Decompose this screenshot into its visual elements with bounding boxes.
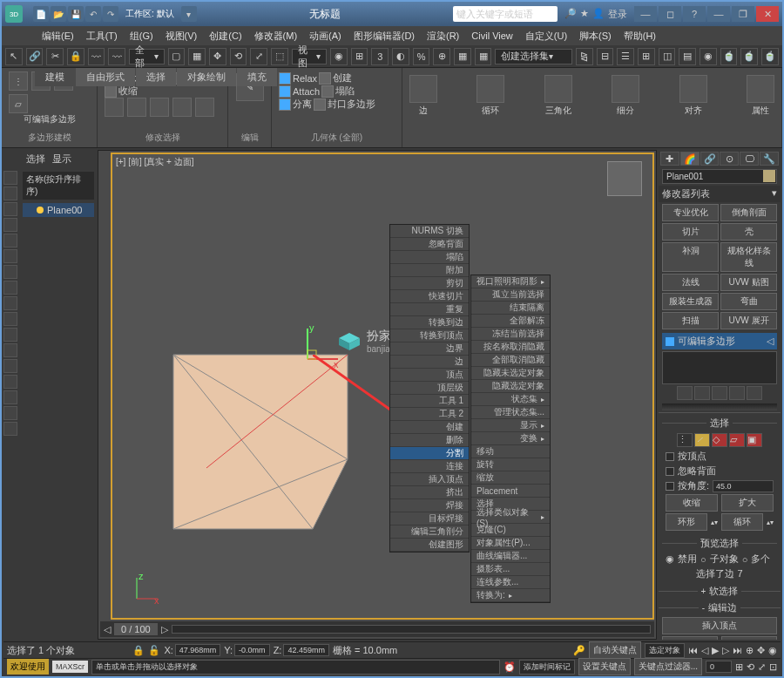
context-menu-item[interactable]: 移动 <box>471 445 550 458</box>
tree-item-plane[interactable]: Plane00 <box>23 203 94 217</box>
menu-item[interactable]: 组(G) <box>125 28 159 44</box>
so-vertex-icon[interactable]: ⋮ <box>677 433 693 447</box>
restore-button[interactable]: ❐ <box>732 6 754 22</box>
ribbon-big-icon[interactable] <box>409 75 437 103</box>
context-menu-item[interactable]: 管理状态集... <box>471 406 550 419</box>
context-menu-item[interactable]: 变换▸ <box>471 432 550 445</box>
viewcube[interactable] <box>607 161 642 196</box>
lb-icon[interactable] <box>3 375 17 389</box>
context-menu-item[interactable]: 塌陷 <box>390 251 469 264</box>
mirror-icon[interactable]: ⧎ <box>576 48 593 65</box>
lb-icon[interactable] <box>3 186 17 200</box>
ignoreback-check[interactable] <box>666 467 674 476</box>
modifier-preset-button[interactable]: 专业优化 <box>662 204 719 221</box>
menu-item[interactable]: 动画(A) <box>304 28 347 44</box>
ribbon-big-icon[interactable] <box>747 75 774 103</box>
modifier-preset-button[interactable]: 切片 <box>662 223 719 241</box>
workspace-dropdown-icon[interactable]: ▾ <box>181 6 197 22</box>
keymode-select[interactable]: 选定对象 <box>645 643 685 658</box>
context-menu-item[interactable]: 插入顶点 <box>390 473 469 486</box>
so-border-icon[interactable]: ◇ <box>712 433 727 447</box>
context-menu-item[interactable]: 剪切 <box>390 277 469 290</box>
tool-icon[interactable]: 🔗 <box>26 48 44 65</box>
new-icon[interactable]: 📄 <box>33 6 49 22</box>
tool-icon[interactable]: 🔒 <box>67 48 84 65</box>
context-menu-item[interactable]: 工具 1 <box>390 395 469 408</box>
selectionset-select[interactable]: 创建选择集 ▾ <box>495 49 572 64</box>
redo-icon[interactable]: ↷ <box>103 6 118 22</box>
tool-icon[interactable]: ↖ <box>5 48 23 65</box>
nav-icon[interactable]: ⊡ <box>769 661 777 673</box>
nav-icon[interactable]: ◉ <box>768 645 777 656</box>
context-menu-item[interactable]: 孤立当前选择 <box>471 288 550 302</box>
undo-icon[interactable]: ↶ <box>85 6 101 22</box>
tool-icon[interactable]: ⬚ <box>271 48 288 65</box>
stack-icon[interactable] <box>694 386 710 400</box>
select-icon[interactable]: ▢ <box>168 48 186 65</box>
context-menu-item[interactable]: 隐藏未选定对象 <box>471 367 550 380</box>
help-button[interactable]: ? <box>683 6 706 22</box>
context-menu-item[interactable]: 结束隔离 <box>471 302 550 315</box>
so-edge-icon[interactable]: ⟋ <box>694 433 710 447</box>
scale-icon[interactable]: ⤢ <box>250 48 267 65</box>
modifier-stack-item[interactable]: 可编辑多边形◁ <box>662 333 777 349</box>
modifier-preset-button[interactable]: 服装生成器 <box>662 293 719 310</box>
lb-icon[interactable] <box>3 249 17 263</box>
lb-icon[interactable] <box>3 359 17 373</box>
modifier-preset-button[interactable]: 倒角剖面 <box>720 204 777 221</box>
context-menu-item[interactable]: 转换为:▸ <box>471 589 550 602</box>
tool-icon[interactable]: ▤ <box>679 48 696 65</box>
nav-icon[interactable]: ⊞ <box>735 661 743 673</box>
tool-icon[interactable]: ◉ <box>330 48 348 65</box>
context-menu-item[interactable]: 隐藏选定对象 <box>471 380 550 393</box>
stack-icon[interactable] <box>729 386 745 400</box>
lb-icon[interactable] <box>3 343 17 357</box>
context-menu-item[interactable]: 全部解冻 <box>471 315 550 328</box>
menu-item[interactable]: Civil View <box>466 29 517 43</box>
display-tab-icon[interactable]: 🖵 <box>740 152 759 166</box>
so-element-icon[interactable]: ▣ <box>747 433 762 447</box>
snap-icon[interactable]: ◐ <box>392 48 409 65</box>
object-color-swatch[interactable] <box>763 170 775 182</box>
menu-item[interactable]: 视图(V) <box>160 28 203 44</box>
save-icon[interactable]: 💾 <box>68 6 84 22</box>
context-menu-item[interactable]: 显示▸ <box>471 419 550 432</box>
tool-icon[interactable]: 〰 <box>88 48 105 65</box>
nav-icon[interactable]: ⊕ <box>746 645 754 656</box>
x-coord[interactable]: 47.968mm <box>175 644 221 656</box>
context-menu-item[interactable]: 目标焊接 <box>390 512 469 525</box>
modifier-preset-button[interactable]: 补洞 <box>662 242 719 272</box>
tool-icon[interactable]: ▦ <box>475 48 492 65</box>
setkey-button[interactable]: 设置关键点 <box>578 658 631 675</box>
modifier-preset-button[interactable]: 弯曲 <box>720 293 777 310</box>
context-menu-item[interactable]: 快速切片 <box>390 290 469 303</box>
sel-icon[interactable] <box>127 98 146 117</box>
remove-button[interactable]: 移除 <box>662 636 718 640</box>
render-icon[interactable]: 🍵 <box>720 48 738 65</box>
lock-icon[interactable]: 🔓 <box>148 645 160 656</box>
context-menu-item[interactable]: 状态集▸ <box>471 393 550 406</box>
utility-tab-icon[interactable]: 🔧 <box>760 152 779 166</box>
play-icon[interactable]: ⏭ <box>733 645 742 655</box>
timetag-field[interactable]: 添加时间标记 <box>519 660 575 675</box>
stack-icon[interactable] <box>747 386 762 400</box>
select-icon[interactable]: ▦ <box>188 48 206 65</box>
tree-header[interactable]: 名称(按升序排序) <box>23 172 94 200</box>
context-menu-item[interactable]: 连接 <box>390 460 469 473</box>
create-icon[interactable] <box>319 72 331 85</box>
sel-icon[interactable] <box>195 98 214 117</box>
autokey-button[interactable]: 自动关键点 <box>589 641 641 659</box>
tool-icon[interactable]: ⊞ <box>351 48 368 65</box>
maxscript-label[interactable]: MAXScr <box>52 661 88 673</box>
modifier-preset-button[interactable]: 壳 <box>720 223 777 241</box>
menu-item[interactable]: 工具(T) <box>81 28 123 44</box>
context-menu-item[interactable]: 视口照明和阴影▸ <box>471 275 550 288</box>
snap-icon[interactable]: % <box>413 48 430 65</box>
context-menu-item[interactable]: 边 <box>390 356 469 369</box>
viewport-label[interactable]: [+] [前] [真实 + 边面] <box>116 156 193 168</box>
rollout-selection[interactable]: 选择 <box>662 415 777 431</box>
insertvertex-button[interactable]: 插入顶点 <box>662 617 777 634</box>
move-icon[interactable]: ✥ <box>209 48 226 65</box>
menu-item[interactable]: 脚本(S) <box>574 28 617 44</box>
stack-icon[interactable] <box>712 386 727 400</box>
